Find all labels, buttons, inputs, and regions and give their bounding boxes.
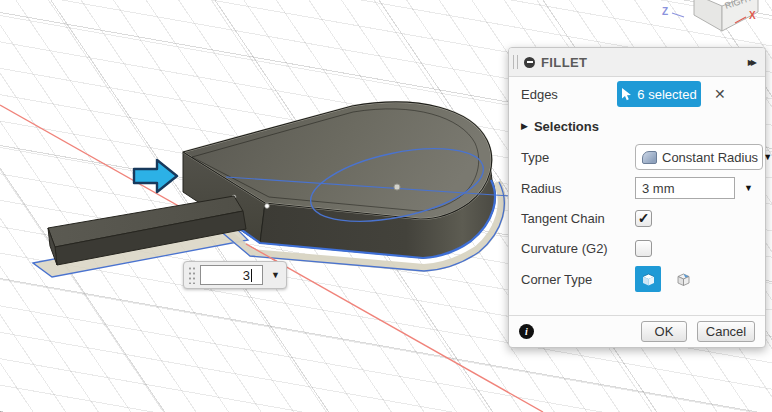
chevron-down-icon[interactable]: ▼ bbox=[271, 271, 280, 280]
expander-triangle-icon[interactable]: ▶ bbox=[521, 121, 528, 131]
cancel-button[interactable]: Cancel bbox=[697, 321, 755, 342]
dialog-header[interactable]: FILLET ▶▶ bbox=[509, 48, 765, 77]
axis-z-label: Z bbox=[662, 6, 668, 17]
radius-label: Radius bbox=[521, 181, 635, 196]
tangent-chain-label: Tangent Chain bbox=[521, 211, 635, 226]
tangent-chain-row: Tangent Chain ✓ bbox=[509, 209, 765, 227]
clear-selection-icon[interactable]: ✕ bbox=[714, 86, 726, 102]
radius-value: 3 mm bbox=[642, 181, 675, 196]
fillet-dialog: FILLET ▶▶ Edges 6 selected ✕ ▶ Selection… bbox=[508, 47, 766, 348]
radius-row: Radius 3 mm ▼ bbox=[509, 177, 765, 199]
rolling-ball-corner-icon bbox=[640, 271, 657, 288]
inline-radius-value: 3 bbox=[243, 268, 250, 283]
fillet-type-dropdown[interactable]: Constant Radius ▼ bbox=[635, 144, 763, 170]
app-window: RIGHT X Z 3 ▼ FILLET ▶▶ Edges bbox=[0, 0, 772, 412]
drag-grip-icon[interactable] bbox=[188, 266, 197, 284]
type-label: Type bbox=[521, 150, 635, 165]
radius-input[interactable]: 3 mm bbox=[635, 177, 735, 199]
inline-radius-input[interactable]: 3 bbox=[200, 265, 263, 285]
curvature-row: Curvature (G2) bbox=[509, 239, 765, 257]
sketch-center-point[interactable] bbox=[394, 184, 400, 190]
edges-selected-count: 6 selected bbox=[637, 87, 696, 102]
dialog-footer: i OK Cancel bbox=[509, 316, 765, 347]
cursor-arrow-icon bbox=[621, 87, 632, 101]
fast-forward-icon[interactable]: ▶▶ bbox=[748, 58, 757, 67]
setback-corner-icon bbox=[675, 271, 692, 288]
axis-x-label: X bbox=[749, 10, 756, 21]
info-icon[interactable]: i bbox=[519, 324, 534, 339]
corner-type-setback-button[interactable] bbox=[670, 266, 696, 292]
corner-type-label: Corner Type bbox=[521, 272, 635, 287]
selections-label: Selections bbox=[534, 119, 599, 134]
text-caret bbox=[251, 269, 252, 282]
dialog-title: FILLET bbox=[541, 55, 587, 70]
corner-type-rolling-ball-button[interactable] bbox=[635, 266, 661, 292]
inline-radius-manipulator[interactable]: 3 ▼ bbox=[183, 261, 287, 289]
fillet-drag-arrow[interactable] bbox=[134, 160, 177, 192]
edges-label: Edges bbox=[521, 87, 617, 102]
view-cube[interactable]: RIGHT X Z bbox=[662, 0, 758, 31]
checkmark-icon: ✓ bbox=[638, 211, 650, 225]
dialog-grip-icon[interactable] bbox=[513, 55, 518, 69]
curvature-label: Curvature (G2) bbox=[521, 241, 635, 256]
radius-dropdown-icon[interactable]: ▼ bbox=[744, 183, 753, 193]
corner-type-row: Corner Type bbox=[509, 266, 765, 292]
type-row: Type Constant Radius ▼ bbox=[509, 144, 765, 170]
fillet-type-value: Constant Radius bbox=[662, 150, 758, 165]
ok-button[interactable]: OK bbox=[641, 321, 687, 342]
edges-selection-button[interactable]: 6 selected bbox=[617, 81, 701, 107]
chevron-down-icon: ▼ bbox=[763, 153, 772, 162]
constant-radius-icon bbox=[642, 151, 657, 164]
curvature-checkbox[interactable] bbox=[635, 240, 652, 257]
vertex-point bbox=[265, 204, 270, 209]
edges-row: Edges 6 selected ✕ bbox=[509, 81, 765, 107]
selections-expander[interactable]: ▶ Selections bbox=[509, 117, 765, 135]
fillet-command-icon bbox=[524, 57, 535, 68]
tangent-chain-checkbox[interactable]: ✓ bbox=[635, 210, 652, 227]
